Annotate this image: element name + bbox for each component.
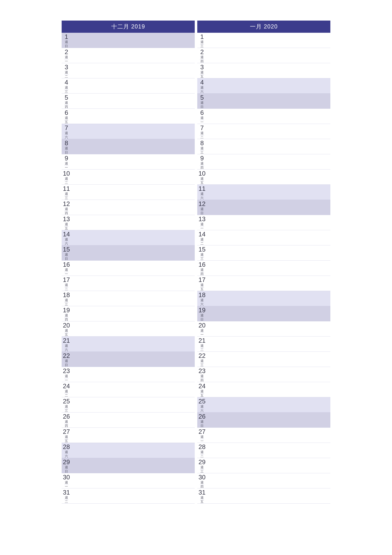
- weekday-prefix: 週: [200, 40, 204, 44]
- day-note-area: [207, 124, 330, 139]
- day-label: 13週一: [197, 215, 207, 230]
- day-note-area: [71, 261, 195, 276]
- day-row: 12週四: [62, 200, 195, 215]
- day-note-area: [207, 412, 330, 427]
- day-row: 20週一: [197, 321, 330, 336]
- day-label: 30週四: [197, 473, 207, 488]
- day-number: 5: [200, 94, 204, 101]
- day-label: 17週二: [62, 276, 71, 291]
- day-row: 6週五: [62, 109, 195, 124]
- day-label: 18週六: [197, 291, 207, 306]
- day-note-area: [71, 215, 195, 230]
- day-row: 13週一: [197, 215, 330, 230]
- weekday-name: 日: [64, 470, 69, 473]
- day-number: 12: [63, 200, 70, 207]
- day-note-area: [207, 48, 330, 63]
- day-note-area: [207, 397, 330, 412]
- day-row: 4週三: [62, 78, 195, 94]
- day-note-area: [71, 78, 195, 93]
- day-number: 22: [63, 352, 70, 359]
- day-label: 24週五: [197, 382, 207, 397]
- day-row: 23週一: [62, 367, 195, 382]
- month-header: 十二月 2019: [62, 21, 195, 33]
- weekday-name: 五: [200, 75, 204, 78]
- day-row: 10週二: [62, 169, 195, 185]
- day-number: 16: [199, 261, 206, 268]
- weekday-name: 二: [200, 242, 204, 245]
- weekday-prefix: 週: [64, 192, 69, 196]
- day-label: 3週五: [197, 63, 207, 78]
- day-number: 28: [63, 444, 70, 450]
- day-row: 21週二: [197, 336, 330, 352]
- weekday-name: 二: [200, 135, 204, 139]
- day-number: 1: [65, 33, 68, 40]
- day-note-area: [71, 185, 195, 200]
- day-label: 15週日: [62, 245, 71, 260]
- weekday-prefix: 週: [200, 56, 204, 59]
- day-label: 15週三: [197, 245, 207, 260]
- day-number: 30: [63, 474, 70, 481]
- day-number: 12: [199, 200, 206, 207]
- weekday-name: 五: [64, 120, 69, 124]
- weekday-name: 六: [200, 90, 204, 93]
- weekday-name: 五: [64, 226, 69, 230]
- day-label: 5週四: [62, 94, 71, 109]
- day-row: 8週日: [62, 139, 195, 154]
- month-col-left: 十二月 20191週日2週一3週二4週三5週四6週五7週六8週日9週一10週二1…: [62, 21, 195, 504]
- weekday-name: 一: [64, 379, 69, 382]
- day-label: 21週六: [62, 336, 71, 351]
- day-label: 29週日: [62, 458, 71, 473]
- day-number: 13: [199, 216, 206, 222]
- day-row: 9週四: [197, 154, 330, 169]
- day-label: 11週六: [197, 185, 207, 200]
- day-label: 19週四: [62, 306, 71, 321]
- day-note-area: [71, 367, 195, 382]
- day-row: 22週三: [197, 352, 330, 367]
- weekday-name: 二: [200, 348, 204, 351]
- day-number: 11: [63, 185, 70, 192]
- weekday-prefix: 週: [200, 283, 204, 287]
- weekday-name: 四: [64, 211, 69, 215]
- day-number: 8: [200, 140, 204, 146]
- day-label: 6週一: [197, 109, 207, 124]
- weekday-prefix: 週: [64, 116, 69, 120]
- weekday-prefix: 週: [64, 314, 69, 318]
- day-row: 17週五: [197, 276, 330, 291]
- weekday-prefix: 週: [64, 162, 69, 166]
- day-row: 30週四: [197, 473, 330, 488]
- day-number: 25: [63, 398, 70, 405]
- day-number: 6: [200, 109, 204, 116]
- day-label: 23週一: [62, 367, 71, 382]
- day-label: 10週二: [62, 169, 71, 184]
- day-row: 24週五: [197, 382, 330, 397]
- day-number: 21: [199, 337, 206, 344]
- day-note-area: [207, 245, 330, 260]
- day-row: 17週二: [62, 276, 195, 291]
- weekday-prefix: 週: [64, 268, 69, 272]
- day-row: 12週日: [197, 200, 330, 215]
- weekday-name: 二: [64, 181, 69, 184]
- day-number: 8: [65, 140, 68, 146]
- day-note-area: [71, 94, 195, 109]
- day-number: 9: [200, 155, 204, 161]
- day-row: 2週一: [62, 48, 195, 63]
- day-number: 11: [199, 185, 206, 192]
- day-number: 18: [63, 292, 70, 298]
- weekday-prefix: 週: [64, 253, 69, 257]
- day-row: 25週六: [197, 397, 330, 412]
- weekday-name: 四: [200, 59, 204, 63]
- weekday-prefix: 週: [64, 238, 69, 242]
- day-row: 26週日: [197, 412, 330, 428]
- day-row: 4週六: [197, 78, 330, 94]
- day-number: 7: [65, 124, 68, 131]
- day-label: 17週五: [197, 276, 207, 291]
- weekday-name: 六: [64, 454, 69, 458]
- day-row: 23週四: [197, 367, 330, 382]
- day-label: 31週二: [62, 488, 71, 504]
- day-row: 15週日: [62, 245, 195, 261]
- day-note-area: [207, 382, 330, 397]
- weekday-name: 四: [64, 424, 69, 427]
- day-note-area: [71, 154, 195, 169]
- weekday-name: 一: [64, 166, 69, 169]
- day-label: 4週六: [197, 78, 207, 93]
